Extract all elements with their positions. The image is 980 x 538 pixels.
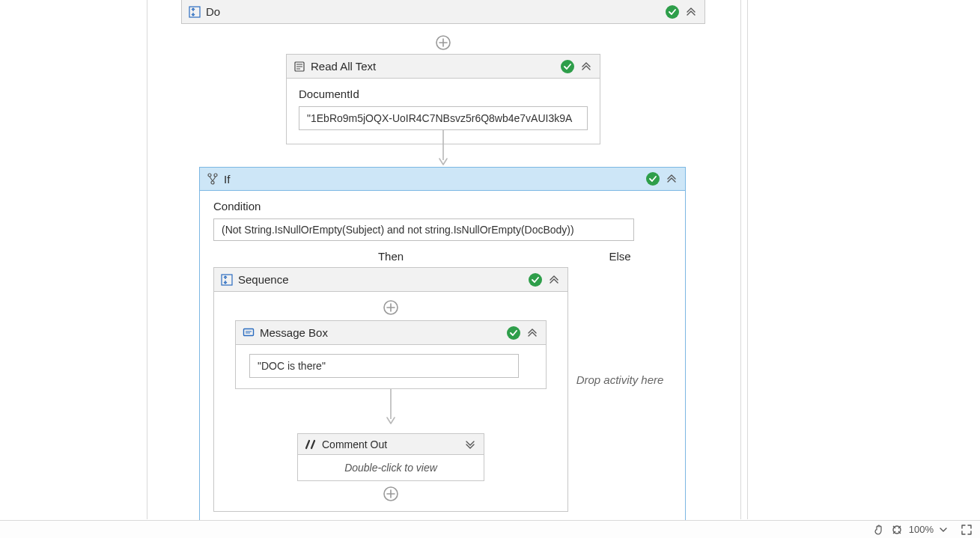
documentid-value: "1EbRo9m5jOQX-UoIR4C7NBsvz5r6Q8wb4e7vAUI… — [307, 112, 572, 124]
add-activity-button[interactable] — [435, 34, 451, 51]
panel-border-left — [147, 0, 147, 519]
message-box-value: "DOC is there" — [258, 360, 326, 372]
then-label: Then — [213, 248, 568, 267]
collapse-icon[interactable] — [664, 171, 679, 186]
else-placeholder-text: Drop activity here — [576, 373, 664, 386]
condition-input[interactable]: (Not String.IsNullOrEmpty(Subject) and n… — [213, 218, 634, 241]
collapse-icon[interactable] — [684, 4, 699, 19]
validated-icon — [529, 273, 542, 287]
comment-out-header[interactable]: Comment Out — [298, 434, 484, 455]
collapse-icon[interactable] — [579, 59, 594, 74]
collapse-icon[interactable] — [525, 325, 540, 340]
do-title: Do — [206, 5, 661, 18]
zoom-level[interactable]: 100% — [909, 524, 934, 535]
svg-point-3 — [208, 174, 211, 177]
sequence-title: Sequence — [238, 273, 524, 286]
message-box-input[interactable]: "DOC is there" — [249, 354, 519, 378]
condition-label: Condition — [213, 200, 672, 213]
message-box-title: Message Box — [260, 326, 502, 339]
validated-icon — [561, 60, 574, 73]
comment-slash-icon — [304, 438, 317, 451]
svg-rect-0 — [189, 7, 200, 17]
validated-icon — [666, 5, 679, 19]
sequence-activity[interactable]: Sequence — [213, 267, 568, 512]
else-drop-zone[interactable]: Drop activity here — [568, 267, 672, 492]
status-bar: 100% — [0, 520, 980, 538]
message-box-header[interactable]: Message Box — [236, 321, 546, 345]
if-icon — [206, 172, 219, 186]
add-activity-button[interactable] — [383, 299, 399, 316]
read-all-text-header[interactable]: Read All Text — [287, 55, 600, 79]
pan-hand-icon[interactable] — [873, 524, 885, 536]
sequence-icon — [188, 5, 201, 19]
comment-out-activity[interactable]: Comment Out Double-click to view — [297, 433, 484, 481]
read-all-text-title: Read All Text — [311, 60, 556, 73]
svg-point-5 — [211, 181, 214, 184]
if-title: If — [224, 173, 642, 186]
document-lines-icon — [293, 60, 306, 73]
panel-border-right — [740, 0, 741, 519]
else-label: Else — [568, 248, 672, 267]
expand-icon[interactable] — [463, 437, 478, 452]
sequence-header[interactable]: Sequence — [214, 268, 567, 292]
svg-rect-6 — [222, 275, 232, 285]
message-box-icon — [242, 326, 255, 340]
read-all-text-activity[interactable]: Read All Text DocumentId "1EbRo9m5jOQX-U… — [286, 54, 600, 144]
panel-border-right-outer — [747, 0, 748, 519]
condition-value: (Not String.IsNullOrEmpty(Subject) and n… — [222, 224, 574, 236]
message-box-activity[interactable]: Message Box — [235, 320, 547, 389]
svg-rect-8 — [244, 328, 254, 335]
validated-icon — [646, 172, 660, 186]
documentid-label: DocumentId — [299, 88, 588, 100]
collapse-icon[interactable] — [547, 272, 561, 287]
comment-out-title: Comment Out — [322, 438, 458, 450]
do-activity-header[interactable]: Do — [181, 0, 705, 24]
svg-point-4 — [214, 174, 217, 177]
fit-to-screen-icon[interactable] — [891, 524, 903, 536]
zoom-dropdown-icon[interactable] — [940, 526, 947, 534]
add-activity-button[interactable] — [383, 486, 399, 502]
validated-icon — [507, 326, 520, 340]
if-activity-header[interactable]: If — [199, 167, 686, 191]
connector-arrow — [386, 389, 396, 429]
comment-out-hint[interactable]: Double-click to view — [298, 455, 484, 480]
sequence-icon — [220, 273, 234, 287]
maximize-icon[interactable] — [961, 524, 973, 536]
documentid-input[interactable]: "1EbRo9m5jOQX-UoIR4C7NBsvz5r6Q8wb4e7vAUI… — [299, 106, 588, 130]
if-activity[interactable]: If Condition (Not String.IsNullOrEmpty(S… — [199, 167, 686, 525]
